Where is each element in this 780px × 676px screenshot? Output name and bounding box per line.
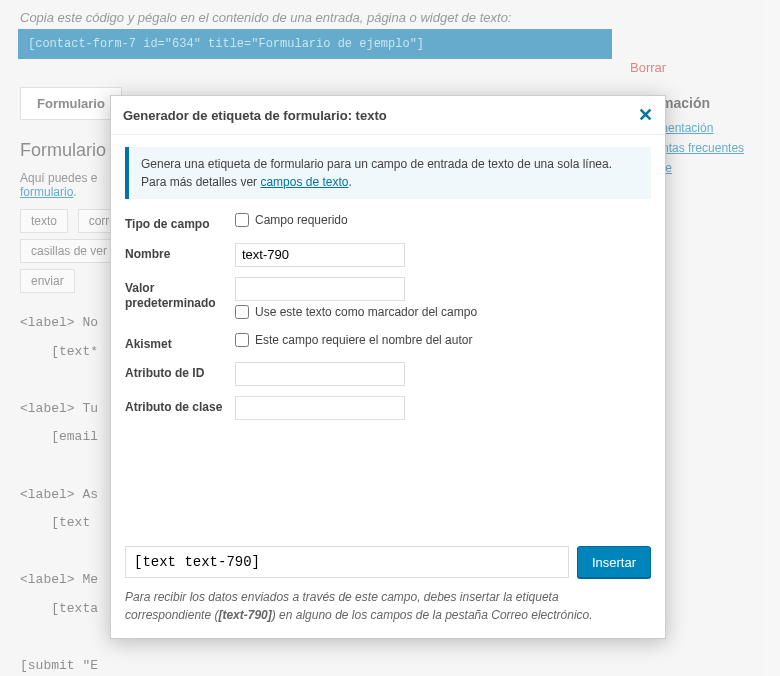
modal-body: Genera una etiqueta de formulario para u…	[111, 135, 665, 446]
tag-generator-modal: Generador de etiqueta de formulario: tex…	[110, 95, 666, 639]
input-id[interactable]	[235, 362, 405, 386]
modal-title: Generador de etiqueta de formulario: tex…	[123, 108, 387, 123]
notice-link[interactable]: campos de texto	[260, 175, 348, 189]
row-id: Atributo de ID	[125, 362, 651, 386]
row-nombre: Nombre	[125, 243, 651, 267]
close-icon[interactable]: ✕	[638, 106, 653, 124]
input-valor[interactable]	[235, 277, 405, 301]
checkbox-required-label: Campo requerido	[255, 213, 348, 227]
modal-notice: Genera una etiqueta de formulario para u…	[125, 147, 651, 199]
checkbox-placeholder-label: Use este texto como marcador del campo	[255, 305, 477, 319]
row-class: Atributo de clase	[125, 396, 651, 420]
checkbox-required[interactable]	[235, 213, 249, 227]
modal-footer: Insertar Para recibir los datos enviados…	[111, 546, 665, 638]
checkbox-placeholder[interactable]	[235, 305, 249, 319]
label-akismet: Akismet	[125, 333, 235, 353]
tag-output[interactable]	[125, 546, 569, 578]
label-class: Atributo de clase	[125, 396, 235, 416]
row-valor: Valor predeterminado Use este texto como…	[125, 277, 651, 323]
label-tipo: Tipo de campo	[125, 213, 235, 233]
input-class[interactable]	[235, 396, 405, 420]
hint-line2-suffix: ) en alguno de los campos de la pestaña …	[272, 608, 593, 622]
footer-hint: Para recibir los datos enviados a través…	[125, 588, 651, 624]
insert-button[interactable]: Insertar	[577, 546, 651, 578]
row-akismet: Akismet Este campo requiere el nombre de…	[125, 333, 651, 353]
hint-tag: [text-790]	[218, 608, 271, 622]
hint-line1: Para recibir los datos enviados a través…	[125, 590, 559, 604]
checkbox-akismet[interactable]	[235, 333, 249, 347]
modal-header: Generador de etiqueta de formulario: tex…	[111, 96, 665, 135]
row-tipo: Tipo de campo Campo requerido	[125, 213, 651, 233]
checkbox-akismet-label: Este campo requiere el nombre del autor	[255, 333, 472, 347]
hint-line2-prefix: correspondiente (	[125, 608, 218, 622]
notice-text: Genera una etiqueta de formulario para u…	[141, 157, 612, 189]
label-valor: Valor predeterminado	[125, 277, 235, 312]
input-nombre[interactable]	[235, 243, 405, 267]
label-nombre: Nombre	[125, 243, 235, 263]
label-id: Atributo de ID	[125, 362, 235, 382]
